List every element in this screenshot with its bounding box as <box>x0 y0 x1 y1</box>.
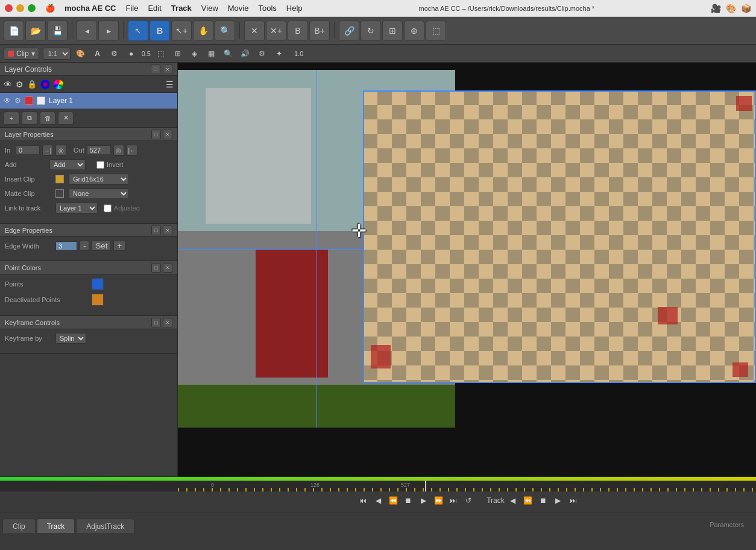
tab-adjust-track[interactable]: AdjustTrack <box>76 519 134 533</box>
rect-tool[interactable]: ⬚ <box>426 21 446 41</box>
edge-properties-header[interactable]: Edge Properties □ × <box>0 224 177 237</box>
invert-checkbox[interactable] <box>96 161 104 169</box>
pc-float-btn[interactable]: □ <box>151 263 161 273</box>
points-color-swatch[interactable] <box>92 278 104 290</box>
maximize-button[interactable] <box>28 4 36 12</box>
select-tool[interactable]: ↖ <box>128 21 148 41</box>
select-b-tool[interactable]: B <box>150 21 170 41</box>
view-btn-e[interactable]: ⊞ <box>171 47 184 60</box>
step-back-btn[interactable]: ⏪ <box>386 494 400 507</box>
save-button[interactable]: 💾 <box>47 21 68 41</box>
tab-clip[interactable]: Clip <box>2 519 36 533</box>
edge-minus-btn[interactable]: - <box>80 241 89 251</box>
view-btn-k[interactable]: ✦ <box>272 47 286 60</box>
adjusted-checkbox[interactable] <box>104 204 112 212</box>
track-prev-btn[interactable]: ◀ <box>506 494 520 507</box>
add-layer-btn[interactable]: + <box>4 112 19 125</box>
menu-help[interactable]: Help <box>286 4 303 13</box>
kc-close-btn[interactable]: × <box>163 318 172 327</box>
out-arrow-btn[interactable]: |← <box>127 145 137 156</box>
undo-button[interactable]: ◂ <box>77 21 97 41</box>
track-next-btn[interactable]: ⏭ <box>567 494 580 507</box>
play-btn[interactable]: ▶ <box>417 494 430 507</box>
layer-properties-header[interactable]: Layer Properties □ × <box>0 128 177 141</box>
menu-movie[interactable]: Movie <box>228 4 249 13</box>
track-stop-btn[interactable]: ⏹ <box>537 494 550 507</box>
delete-layer-btn[interactable]: 🗑 <box>40 112 55 125</box>
track-play-btn[interactable]: ▶ <box>552 494 565 507</box>
pc-close-btn[interactable]: × <box>163 263 172 273</box>
ep-float-btn[interactable]: □ <box>151 226 161 235</box>
view-btn-f[interactable]: ◈ <box>188 47 201 60</box>
view-btn-d[interactable]: ⬚ <box>154 47 168 60</box>
lp-float-btn[interactable]: □ <box>151 130 161 139</box>
open-button[interactable]: 📂 <box>25 21 46 41</box>
pen-b-tool[interactable]: B <box>288 21 308 41</box>
spline-tool[interactable]: ↻ <box>361 21 381 41</box>
move-tool[interactable]: ⊕ <box>404 21 424 41</box>
blend-mode-select[interactable]: Add <box>49 159 86 170</box>
go-start-btn[interactable]: ⏮ <box>356 494 370 507</box>
redo-button[interactable]: ▸ <box>98 21 119 41</box>
pan-tool[interactable]: ✋ <box>193 21 213 41</box>
color-mode-btn[interactable]: 🎨 <box>74 47 87 60</box>
visibility-eye-icon[interactable]: 👁 <box>4 80 12 89</box>
menu-file[interactable]: File <box>125 4 138 13</box>
link-layer-btn[interactable]: ✕ <box>58 112 74 125</box>
link-to-track-select[interactable]: Layer 1 <box>55 203 98 213</box>
view-btn-a[interactable]: A <box>91 47 104 60</box>
pen-x-tool[interactable]: ✕ <box>244 21 265 41</box>
gear-icon[interactable]: ⚙ <box>16 80 24 89</box>
loop-btn[interactable]: ↺ <box>462 494 475 507</box>
menu-track[interactable]: Track <box>171 4 192 13</box>
view-btn-b[interactable]: ⚙ <box>108 47 121 60</box>
pen-bplus-tool[interactable]: B+ <box>309 21 330 41</box>
view-btn-g[interactable]: ▦ <box>205 47 218 60</box>
track-step-back-btn[interactable]: ⏪ <box>521 494 535 507</box>
duplicate-layer-btn[interactable]: ⧉ <box>22 112 37 125</box>
menu-icon[interactable]: ☰ <box>166 80 174 89</box>
pen-xplus-tool[interactable]: ✕+ <box>266 21 286 41</box>
lp-close-btn[interactable]: × <box>163 130 172 139</box>
keyframe-by-select[interactable]: Splin <box>55 333 86 344</box>
minimize-button[interactable] <box>16 4 24 12</box>
transform-tool[interactable]: ⊞ <box>382 21 403 41</box>
lock-icon[interactable]: 🔒 <box>27 80 37 89</box>
insert-clip-select[interactable]: Grid16x16 <box>69 174 129 185</box>
prev-frame-btn[interactable]: ◀ <box>371 494 385 507</box>
out-input[interactable] <box>87 145 111 155</box>
keyframe-controls-header[interactable]: Keyframe Controls □ × <box>0 316 177 329</box>
ep-close-btn[interactable]: × <box>163 226 172 235</box>
step-fwd-btn[interactable]: ⏩ <box>432 494 445 507</box>
view-btn-h[interactable]: 🔍 <box>222 47 235 60</box>
stop-btn[interactable]: ⏹ <box>402 494 415 507</box>
panel-close-btn[interactable]: × <box>163 65 172 74</box>
in-dial-btn[interactable]: ◎ <box>55 145 66 156</box>
view-btn-i[interactable]: 🔊 <box>239 47 252 60</box>
insert-tool[interactable]: ↖+ <box>171 21 192 41</box>
edge-width-input[interactable] <box>55 241 77 251</box>
link-tool[interactable]: 🔗 <box>339 21 359 41</box>
kc-float-btn[interactable]: □ <box>151 318 161 327</box>
in-arrow-btn[interactable]: →| <box>42 145 53 156</box>
new-button[interactable]: 📄 <box>4 21 24 41</box>
view-btn-c[interactable]: ● <box>125 47 138 60</box>
next-frame-btn[interactable]: ⏭ <box>447 494 460 507</box>
zoom-tool[interactable]: 🔍 <box>215 21 235 41</box>
panel-float-btn[interactable]: □ <box>151 65 160 74</box>
menu-tools[interactable]: Tools <box>258 4 276 13</box>
edge-set-btn[interactable]: Set <box>92 241 111 251</box>
out-dial-btn[interactable]: ◎ <box>113 145 124 156</box>
color-wheel-icon[interactable] <box>54 80 63 89</box>
point-colors-header[interactable]: Point Colors □ × <box>0 261 177 274</box>
tab-track[interactable]: Track <box>37 519 75 533</box>
color-swatch-icon[interactable] <box>40 80 50 89</box>
clip-selector[interactable]: Clip ▾ <box>4 48 39 60</box>
ratio-select[interactable]: 1:1 <box>43 48 71 60</box>
view-btn-j[interactable]: ⚙ <box>256 47 269 60</box>
close-button[interactable] <box>5 4 13 12</box>
in-input[interactable] <box>16 145 40 155</box>
deactivated-color-swatch[interactable] <box>92 294 104 306</box>
menu-edit[interactable]: Edit <box>148 4 161 13</box>
layer-row[interactable]: 👁 ⚙ Layer 1 <box>0 93 177 109</box>
